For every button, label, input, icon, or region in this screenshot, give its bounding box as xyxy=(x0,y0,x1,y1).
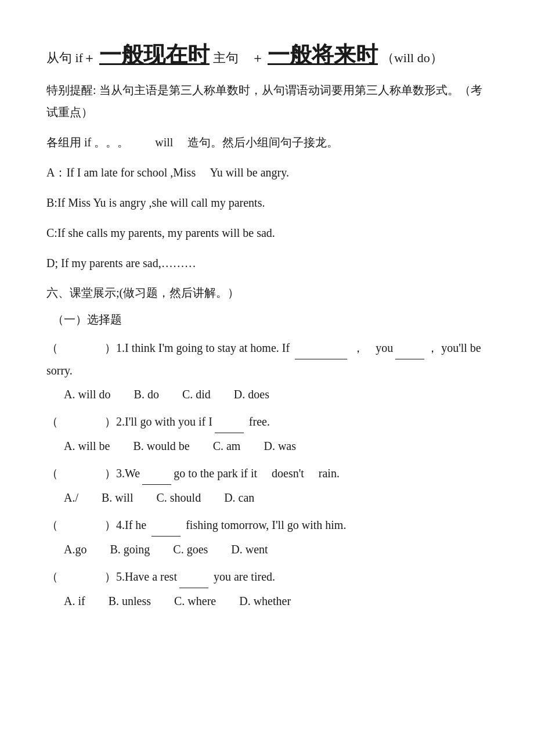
q1-number: 1.I think I'm going to stay at home. If xyxy=(116,341,293,354)
q2-blank xyxy=(215,411,244,433)
q3-blank xyxy=(142,462,171,485)
q4-text: （ ）4.If he fishing tomorrow, I'll go wit… xyxy=(46,514,488,537)
q4-opt-b: B. going xyxy=(110,539,150,560)
q1-text: （ ）1.I think I'm going to stay at home. … xyxy=(46,337,488,381)
question-3: （ ）3.We go to the park if it doesn't rai… xyxy=(46,462,488,508)
q4-blank xyxy=(151,514,181,537)
q1-mid: ， you xyxy=(349,341,393,354)
q2-paren: （ ） xyxy=(46,411,116,433)
example-c: C:If she calls my parents, my parents wi… xyxy=(46,222,488,244)
q5-blank xyxy=(179,566,208,588)
instruction: 各组用 if 。。。 will 造句。然后小组间句子接龙。 xyxy=(46,131,488,153)
q2-opt-c: C. am xyxy=(213,435,241,456)
q3-opt-d: D. can xyxy=(224,487,254,508)
q4-opt-a: A.go xyxy=(64,539,86,560)
q3-number: 3.We xyxy=(116,467,140,480)
q2-opt-b: B. would be xyxy=(133,435,189,456)
q1-opt-a: A. will do xyxy=(64,384,111,405)
question-5: （ ）5.Have a rest you are tired. A. if B.… xyxy=(46,566,488,611)
q2-options: A. will be B. would be C. am D. was xyxy=(64,435,488,456)
q5-after: you are tired. xyxy=(211,570,275,583)
q3-after: go to the park if it doesn't rain. xyxy=(174,467,340,480)
q5-opt-b: B. unless xyxy=(109,591,151,611)
q4-options: A.go B. going C. goes D. went xyxy=(64,539,488,560)
q5-paren: （ ） xyxy=(46,566,116,588)
q2-number: 2.I'll go with you if I xyxy=(116,415,212,428)
section6-header: 六、课堂展示;(做习题，然后讲解。） xyxy=(46,282,488,303)
q5-opt-d: D. whether xyxy=(239,591,291,611)
question-4: （ ）4.If he fishing tomorrow, I'll go wit… xyxy=(46,514,488,560)
example-a: A：If I am late for school ,Miss Yu will … xyxy=(46,161,488,183)
q1-opt-b: B. do xyxy=(134,384,159,405)
question-1: （ ）1.I think I'm going to stay at home. … xyxy=(46,337,488,405)
q4-opt-c: C. goes xyxy=(173,539,208,560)
q5-options: A. if B. unless C. where D. whether xyxy=(64,591,488,611)
q4-paren: （ ） xyxy=(46,514,116,536)
instruction-text: 各组用 if 。。。 will 造句。然后小组间句子接龙。 xyxy=(46,136,338,149)
q5-opt-c: C. where xyxy=(174,591,216,611)
q2-text: （ ）2.I'll go with you if I free. xyxy=(46,411,488,433)
q4-number: 4.If he xyxy=(116,519,149,531)
special-note: 特别提醒: 当从句主语是第三人称单数时，从句谓语动词要用第三人称单数形式。（考试… xyxy=(46,79,488,123)
example-d: D; If my parents are sad,……… xyxy=(46,252,488,274)
subsection1-header: （一）选择题 xyxy=(52,309,488,330)
q2-opt-a: A. will be xyxy=(64,435,110,456)
q2-after: free. xyxy=(246,415,270,428)
q5-number: 5.Have a rest xyxy=(116,570,177,583)
title-term2: 一般将来时 xyxy=(268,35,378,74)
title-prefix: 从句 if＋ xyxy=(46,46,96,70)
example-b: B:If Miss Yu is angry ,she will call my … xyxy=(46,192,488,214)
q1-blank1 xyxy=(295,337,347,359)
title-middle: 主句 ＋ xyxy=(213,46,264,70)
q4-opt-d: D. went xyxy=(231,539,268,560)
q1-options: A. will do B. do C. did D. does xyxy=(64,384,488,405)
q5-opt-a: A. if xyxy=(64,591,85,611)
q3-opt-a: A./ xyxy=(64,487,78,508)
note-text: 特别提醒: 当从句主语是第三人称单数时，从句谓语动词要用第三人称单数形式。（考试… xyxy=(46,84,482,118)
q1-paren: （ ） xyxy=(46,337,116,359)
q1-opt-c: C. did xyxy=(182,384,211,405)
q3-paren: （ ） xyxy=(46,462,116,484)
question-2: （ ）2.I'll go with you if I free. A. will… xyxy=(46,411,488,456)
q1-blank2 xyxy=(395,337,424,359)
q3-opt-c: C. should xyxy=(156,487,201,508)
q1-opt-d: D. does xyxy=(234,384,269,405)
title-term1: 一般现在时 xyxy=(99,35,210,74)
title-block: 从句 if＋ 一般现在时 主句 ＋ 一般将来时 （will do） xyxy=(46,35,488,74)
q5-text: （ ）5.Have a rest you are tired. xyxy=(46,566,488,588)
q2-opt-d: D. was xyxy=(264,435,296,456)
q3-options: A./ B. will C. should D. can xyxy=(64,487,488,508)
q4-after: fishing tomorrow, I'll go with him. xyxy=(183,519,346,531)
q3-opt-b: B. will xyxy=(102,487,133,508)
q3-text: （ ）3.We go to the park if it doesn't rai… xyxy=(46,462,488,485)
title-suffix: （will do） xyxy=(381,46,443,70)
